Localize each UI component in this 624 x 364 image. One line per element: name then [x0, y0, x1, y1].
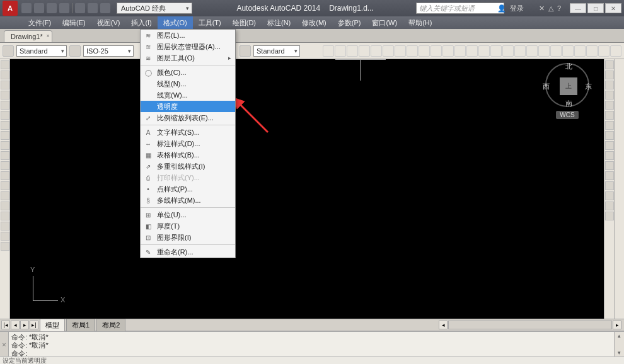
gradient-icon[interactable] — [1, 242, 9, 251]
menu-item[interactable]: ≋图层状态管理器(A)... — [141, 41, 235, 52]
tb-icon[interactable] — [610, 45, 621, 57]
break-icon[interactable] — [605, 171, 614, 180]
tb-icon[interactable] — [514, 45, 526, 57]
dimstyle-icon[interactable] — [69, 45, 81, 57]
viewcube[interactable]: 北 南 东 西 上 WCS — [542, 63, 592, 126]
hatch-icon[interactable] — [1, 121, 9, 130]
wipeout-icon[interactable] — [1, 222, 9, 230]
menu-item[interactable]: ◧厚度(T) — [141, 220, 235, 232]
tb-icon[interactable] — [598, 45, 610, 57]
join-icon[interactable] — [605, 181, 614, 190]
table-icon[interactable] — [1, 161, 9, 170]
sync-icon[interactable]: △ — [548, 4, 553, 13]
line-icon[interactable] — [1, 60, 9, 69]
menu-file[interactable]: 文件(F) — [23, 16, 57, 29]
polyline-icon[interactable] — [1, 71, 9, 79]
arc-icon[interactable] — [1, 91, 9, 100]
maximize-button[interactable]: □ — [587, 3, 604, 13]
textstyle-icon[interactable] — [3, 45, 14, 57]
viewcube-west[interactable]: 西 — [543, 82, 550, 91]
qat-open-icon[interactable] — [34, 3, 44, 13]
erase-icon[interactable] — [605, 60, 614, 69]
menu-item[interactable]: §多线样式(M)... — [141, 195, 235, 206]
menu-item[interactable]: ⊡图形界限(I) — [141, 232, 235, 243]
tb-icon[interactable] — [454, 45, 466, 57]
menu-modify[interactable]: 修改(M) — [296, 16, 332, 29]
viewcube-east[interactable]: 东 — [585, 82, 592, 91]
circle-icon[interactable] — [1, 81, 9, 89]
layout-tab-model[interactable]: 模型 — [40, 319, 65, 332]
rectangle-icon[interactable] — [1, 101, 9, 110]
layout-tab-2[interactable]: 布局2 — [96, 319, 125, 332]
tb-icon[interactable] — [430, 45, 442, 57]
nav-next-icon[interactable]: ▸ — [20, 321, 29, 329]
layout-tab-1[interactable]: 布局1 — [66, 319, 95, 332]
move-icon[interactable] — [605, 111, 614, 120]
tb-icon[interactable] — [490, 45, 502, 57]
tb-icon[interactable] — [371, 45, 382, 57]
block-icon[interactable] — [1, 151, 9, 160]
menu-tools[interactable]: 工具(T) — [193, 16, 227, 29]
vertical-scrollbar[interactable] — [614, 59, 624, 319]
qat-save-icon[interactable] — [47, 3, 57, 13]
menu-item[interactable]: 线宽(W)... — [141, 89, 235, 101]
menu-item[interactable]: ▦表格样式(B)... — [141, 149, 235, 161]
tb-icon[interactable] — [347, 45, 358, 57]
workspace-dropdown[interactable]: AutoCAD 经典 — [117, 3, 192, 14]
tb-icon[interactable] — [442, 45, 454, 57]
textstyle-dropdown[interactable]: Standard — [16, 45, 67, 57]
qat-saveas-icon[interactable] — [59, 3, 69, 13]
drawing-canvas[interactable]: Y X 北 南 东 西 上 WCS — [10, 59, 604, 319]
nav-first-icon[interactable]: |◂ — [1, 321, 10, 329]
horizontal-scrollbar[interactable] — [448, 321, 612, 329]
menu-item[interactable]: ◯颜色(C)... — [141, 67, 235, 78]
menu-item[interactable]: ≋图层(L)... — [141, 30, 235, 41]
menu-insert[interactable]: 插入(I) — [125, 16, 157, 29]
qat-undo-icon[interactable] — [88, 3, 98, 13]
menu-item[interactable]: ↔标注样式(D)... — [141, 138, 235, 149]
viewcube-north[interactable]: 北 — [565, 62, 572, 71]
revcloud-icon[interactable] — [1, 212, 9, 220]
menu-item[interactable]: ⤢比例缩放列表(E)... — [141, 112, 235, 123]
viewcube-south[interactable]: 南 — [565, 99, 572, 108]
login-label[interactable]: 登录 — [510, 4, 524, 13]
hscroll-left-icon[interactable]: ◂ — [439, 321, 448, 329]
menu-draw[interactable]: 绘图(D) — [227, 16, 262, 29]
close-icon[interactable]: × — [46, 33, 49, 39]
app-logo[interactable]: A — [3, 1, 18, 16]
exchange-icon[interactable]: ✕ — [539, 4, 545, 13]
extend-icon[interactable] — [605, 161, 614, 170]
tb-icon[interactable] — [550, 45, 562, 57]
fillet-icon[interactable] — [605, 202, 614, 210]
menu-item[interactable]: ≋图层工具(O)▸ — [141, 52, 235, 64]
tb-icon[interactable] — [526, 45, 538, 57]
command-handle-icon[interactable]: × — [0, 332, 9, 356]
tablestyle-dropdown[interactable]: Standard — [253, 45, 300, 57]
menu-item[interactable]: ✎重命名(R)... — [141, 246, 235, 258]
menu-item[interactable]: ⇗多重引线样式(I) — [141, 161, 235, 172]
hscroll-right-icon[interactable]: ▸ — [613, 321, 621, 329]
spline-icon[interactable] — [1, 131, 9, 140]
menu-window[interactable]: 窗口(W) — [366, 16, 403, 29]
help-icon[interactable]: ? — [557, 4, 561, 12]
nav-last-icon[interactable]: ▸| — [30, 321, 38, 329]
command-lines[interactable]: 命令: *取消* 命令: *取消* 命令: — [9, 332, 614, 356]
tb-icon[interactable] — [466, 45, 478, 57]
menu-item[interactable]: 线型(N)... — [141, 78, 235, 89]
tablestyle-icon[interactable] — [240, 45, 251, 57]
array-icon[interactable] — [605, 101, 614, 110]
tb-icon[interactable] — [586, 45, 598, 57]
tb-icon[interactable] — [395, 45, 406, 57]
chamfer-icon[interactable] — [605, 191, 614, 200]
dimstyle-dropdown[interactable]: ISO-25 — [83, 45, 134, 57]
drawing-tab[interactable]: Drawing1* × — [4, 30, 52, 42]
qat-new-icon[interactable] — [21, 3, 32, 13]
menu-format[interactable]: 格式(O) — [158, 16, 193, 29]
menu-item[interactable]: •点样式(P)... — [141, 183, 235, 195]
minimize-button[interactable]: — — [570, 3, 586, 13]
tb-icon[interactable] — [383, 45, 394, 57]
tb-icon[interactable] — [574, 45, 586, 57]
scale-icon[interactable] — [605, 131, 614, 140]
menu-item[interactable]: ⊞单位(U)... — [141, 209, 235, 220]
tb-icon[interactable] — [359, 45, 370, 57]
